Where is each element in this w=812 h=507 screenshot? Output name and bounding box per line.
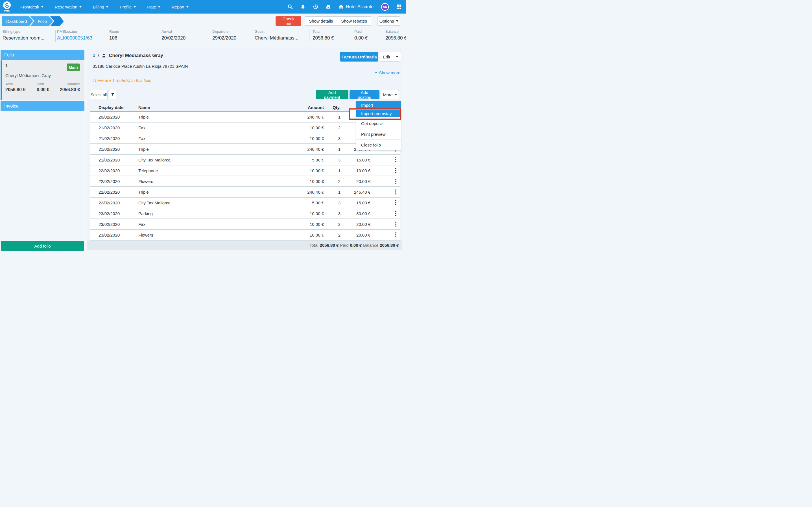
cell-display-date: 22/02/2020	[90, 190, 138, 194]
check-out-button[interactable]: Check out	[276, 16, 301, 26]
show-details-button[interactable]: Show details	[305, 16, 337, 26]
dropdown-menu-item[interactable]: Import	[356, 101, 401, 109]
cell-total: 15.00 €	[341, 158, 370, 162]
table-row[interactable]: 23/02/2020 Flowers 10.00 € 2 20.00 €	[90, 230, 400, 240]
cell-display-date: 22/02/2020	[90, 179, 138, 184]
dropdown-menu-item[interactable]: Print preview	[356, 129, 401, 139]
pms-logo-icon	[3, 1, 11, 9]
nav-menu-item[interactable]: Report	[172, 4, 189, 9]
kebab-icon	[395, 211, 396, 216]
nav-menu-item[interactable]: Frontdesk	[20, 4, 44, 9]
search-icon[interactable]	[288, 4, 293, 9]
table-row[interactable]: 21/02/2020 Fax 10.00 € 3	[90, 133, 400, 144]
cell-display-date: 22/02/2020	[90, 168, 138, 173]
row-actions-button[interactable]	[373, 165, 400, 176]
table-row[interactable]: 21/02/2020 Fax 10.00 € 2	[90, 122, 400, 133]
table-row[interactable]: 21/02/2020 Triple 246.40 € 1 246.40 €	[90, 144, 400, 155]
cell-amount: 246.40 €	[263, 190, 324, 194]
breadcrumb-dashboard[interactable]: Dashboard	[2, 16, 33, 26]
inbox-icon[interactable]	[326, 4, 331, 9]
row-actions-button[interactable]	[373, 219, 400, 229]
chevron-down-icon	[106, 6, 108, 8]
nav-menu-item[interactable]: Reservation	[55, 4, 81, 9]
row-actions-button[interactable]	[373, 187, 400, 197]
info-field-label: PMSLocator	[57, 30, 92, 34]
cell-name: Fax	[138, 125, 263, 130]
user-avatar[interactable]: AD	[381, 3, 389, 11]
pms-logo[interactable]: PMS	[3, 1, 11, 12]
select-all-button[interactable]: Select all	[90, 90, 108, 99]
table-row[interactable]: 22/02/2020 City Tax Mallorca 5.00 € 3 15…	[90, 198, 400, 208]
nav-menu-item[interactable]: Profile	[120, 4, 136, 9]
cell-qty: 1	[324, 190, 341, 194]
table-row[interactable]: 22/02/2020 Triple 246.40 € 1 246.40 €	[90, 187, 400, 198]
row-actions-button[interactable]	[373, 208, 400, 219]
info-field-value: 2056.80 €	[386, 35, 406, 41]
nav-menu-item-label: Reservation	[55, 4, 77, 9]
cell-amount: 10.00 €	[263, 222, 324, 227]
footer-paid-label: Paid	[340, 243, 348, 247]
folio-total-value: 2056.80 €	[5, 87, 25, 92]
row-actions-button[interactable]	[373, 198, 400, 208]
add-posting-button[interactable]: Add posting	[350, 90, 380, 99]
filter-icon	[111, 93, 115, 97]
add-folio-button[interactable]: Add folio	[1, 241, 84, 251]
sidebar-folio-header: Folio	[1, 50, 84, 60]
dropdown-menu-item[interactable]: Close folio	[356, 139, 401, 150]
add-payment-button[interactable]: Add payment	[316, 90, 348, 99]
row-actions-button[interactable]	[373, 230, 400, 240]
show-rebates-button[interactable]: Show rebates	[337, 16, 371, 26]
table-row[interactable]: 22/02/2020 Telephone 10.00 € 1 10.00 €	[90, 165, 400, 176]
cell-name: Fax	[138, 136, 263, 141]
nav-menu-item[interactable]: Rate	[147, 4, 160, 9]
dropdown-menu-item-label: Get deposit	[361, 121, 383, 126]
cell-display-date: 23/02/2020	[90, 222, 138, 227]
dropdown-menu-item-label: Import	[361, 103, 373, 108]
table-row[interactable]: 23/02/2020 Fax 10.00 € 2 20.00 €	[90, 219, 400, 230]
folio-title-number: 1	[93, 53, 95, 58]
cell-name: Flowers	[138, 179, 263, 184]
route-notice: There are 1 route(s) in this folio	[93, 78, 151, 83]
cell-name: Parking	[138, 211, 263, 216]
factura-ordinaria-button[interactable]: Factura Ordinaria	[340, 52, 378, 62]
cell-total: 10.00 €	[341, 168, 370, 173]
info-field-label: Paid	[354, 30, 367, 34]
table-row[interactable]: 21/02/2020 City Tax Mallorca 5.00 € 3 15…	[90, 155, 400, 165]
show-more-link[interactable]: Show more	[375, 70, 400, 75]
info-field-label: Departure	[212, 30, 236, 34]
info-field: PMSLocator ALI00000051/63	[57, 30, 92, 41]
hotel-selector[interactable]: Hotel Alicante	[339, 4, 373, 9]
more-button[interactable]: More	[381, 90, 399, 99]
cell-display-date: 23/02/2020	[90, 233, 138, 237]
more-label: More	[383, 92, 393, 97]
more-dropdown-menu: Import Import roomstay Get deposit Print…	[356, 101, 401, 151]
info-field-label: Room	[109, 30, 119, 34]
breadcrumb-folio[interactable]: Folio	[30, 16, 53, 26]
info-field-value: 20/02/2020	[162, 35, 185, 41]
kebab-icon	[395, 189, 396, 194]
nav-menu-item[interactable]: Billing	[93, 4, 108, 9]
table-row[interactable]: 23/02/2020 Parking 10.00 € 3 30.00 €	[90, 208, 400, 219]
cell-qty: 3	[324, 211, 341, 216]
history-icon[interactable]	[313, 4, 318, 9]
main-badge: Main	[67, 63, 80, 71]
edit-dropdown-toggle[interactable]	[393, 52, 401, 62]
table-row[interactable]: 22/02/2020 Flowers 10.00 € 2 20.00 €	[90, 176, 400, 187]
kebab-icon	[395, 168, 396, 173]
cell-display-date: 20/02/2020	[90, 115, 138, 119]
grid-icon[interactable]	[396, 4, 402, 9]
dropdown-menu-item[interactable]: Import roomstay	[356, 110, 401, 117]
col-display-date: Display date	[90, 105, 138, 110]
row-actions-button[interactable]	[373, 176, 400, 186]
bell-icon[interactable]	[300, 4, 305, 9]
options-button[interactable]: Options	[378, 16, 400, 26]
filter-button[interactable]	[109, 90, 116, 99]
cell-amount: 10.00 €	[263, 168, 324, 173]
sidebar-folio-item[interactable]: 1 Main Cheryl Médiamass Gray Total Paid …	[1, 60, 84, 100]
row-actions-button[interactable]	[373, 155, 400, 165]
folio-paid-value: 0.00 €	[37, 87, 49, 92]
kebab-icon	[395, 200, 396, 205]
edit-button[interactable]: Edit	[380, 52, 393, 62]
dropdown-menu-item[interactable]: Get deposit	[356, 118, 401, 129]
info-field-value: 2056.80 €	[312, 35, 334, 41]
